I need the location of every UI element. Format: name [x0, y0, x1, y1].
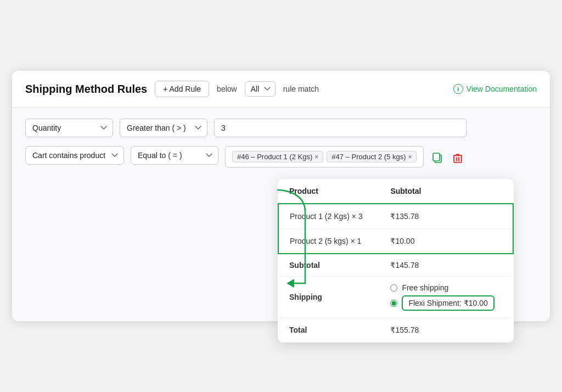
- tag-2-label: #47 – Product 2 (5 kgs): [331, 153, 406, 161]
- rule2-field-select[interactable]: Cart contains product: [25, 146, 124, 165]
- delete-button[interactable]: [450, 150, 465, 166]
- rule1-operator-select[interactable]: Greater than ( > ): [120, 119, 207, 137]
- row2-icons: [430, 150, 465, 166]
- popup-table: Product Subtotal Product 1 (2 Kgs) × 3 ₹…: [278, 179, 514, 343]
- tag-1-label: #46 – Product 1 (2 Kgs): [237, 153, 312, 161]
- rules-area: Quantity Greater than ( > ) Cart contain…: [12, 108, 550, 321]
- subtotal-2: ₹10.00: [379, 229, 513, 254]
- popup-table-header: Product Subtotal: [278, 179, 513, 204]
- rule1-value-input[interactable]: [214, 119, 467, 137]
- col-product: Product: [278, 179, 379, 204]
- rule-row-2: Cart contains product Equal to ( = ) #46…: [25, 146, 537, 167]
- popup-panel: Product Subtotal Product 1 (2 Kgs) × 3 ₹…: [278, 179, 514, 343]
- main-card: Shipping Method Rules + Add Rule below A…: [12, 71, 550, 321]
- shipping-label: Shipping: [278, 277, 379, 318]
- subtotal-1: ₹135.78: [379, 204, 513, 229]
- tag-1: #46 – Product 1 (2 Kgs) ×: [232, 151, 323, 163]
- shipping-option-free[interactable]: Free shipping: [390, 283, 502, 292]
- total-label: Total: [278, 318, 379, 343]
- table-row-2: Product 2 (5 kgs) × 1 ₹10.00: [278, 229, 513, 254]
- tag-2: #47 – Product 2 (5 kgs) ×: [327, 151, 417, 163]
- shipping-row: Shipping Free shipping Flexi: [278, 277, 513, 318]
- shipping-options-cell: Free shipping Flexi Shipment: ₹10.00: [379, 277, 513, 318]
- tag-2-remove[interactable]: ×: [408, 153, 412, 161]
- subtotal-value: ₹145.78: [379, 254, 513, 277]
- header-bar: Shipping Method Rules + Add Rule below A…: [12, 71, 550, 108]
- product-2: Product 2 (5 kgs) × 1: [278, 229, 379, 254]
- free-shipping-label: Free shipping: [402, 283, 448, 292]
- svg-rect-2: [454, 155, 462, 163]
- rule2-operator-select[interactable]: Equal to ( = ): [131, 146, 218, 165]
- add-rule-button[interactable]: + Add Rule: [155, 81, 209, 97]
- flexi-shipping-label: Flexi Shipment: ₹10.00: [402, 295, 494, 311]
- total-row: Total ₹155.78: [278, 318, 513, 343]
- view-documentation-link[interactable]: i View Documentation: [453, 84, 537, 94]
- page-title: Shipping Method Rules: [25, 83, 147, 96]
- product-1: Product 1 (2 Kgs) × 3: [278, 204, 379, 229]
- shipping-option-flexi[interactable]: Flexi Shipment: ₹10.00: [390, 295, 502, 311]
- total-value: ₹155.78: [379, 318, 513, 343]
- flexi-shipping-radio[interactable]: [390, 300, 397, 307]
- col-subtotal: Subtotal: [379, 179, 513, 204]
- below-label: below: [217, 85, 237, 93]
- tag-1-remove[interactable]: ×: [314, 153, 318, 161]
- subtotal-row: Subtotal ₹145.78: [278, 254, 513, 277]
- table-row-1: Product 1 (2 Kgs) × 3 ₹135.78: [278, 204, 513, 229]
- all-select[interactable]: All: [245, 81, 276, 97]
- svg-rect-1: [433, 153, 440, 161]
- copy-button[interactable]: [430, 150, 446, 166]
- tags-input-box[interactable]: #46 – Product 1 (2 Kgs) × #47 – Product …: [225, 146, 424, 167]
- rule1-field-select[interactable]: Quantity: [25, 119, 113, 137]
- rule-match-label: rule match: [283, 85, 319, 93]
- shipping-options: Free shipping Flexi Shipment: ₹10.00: [390, 283, 502, 311]
- info-icon: i: [453, 84, 463, 94]
- view-doc-label: View Documentation: [467, 85, 537, 93]
- rule-row-1: Quantity Greater than ( > ): [25, 119, 537, 137]
- subtotal-label: Subtotal: [278, 254, 379, 277]
- free-shipping-radio[interactable]: [390, 284, 397, 292]
